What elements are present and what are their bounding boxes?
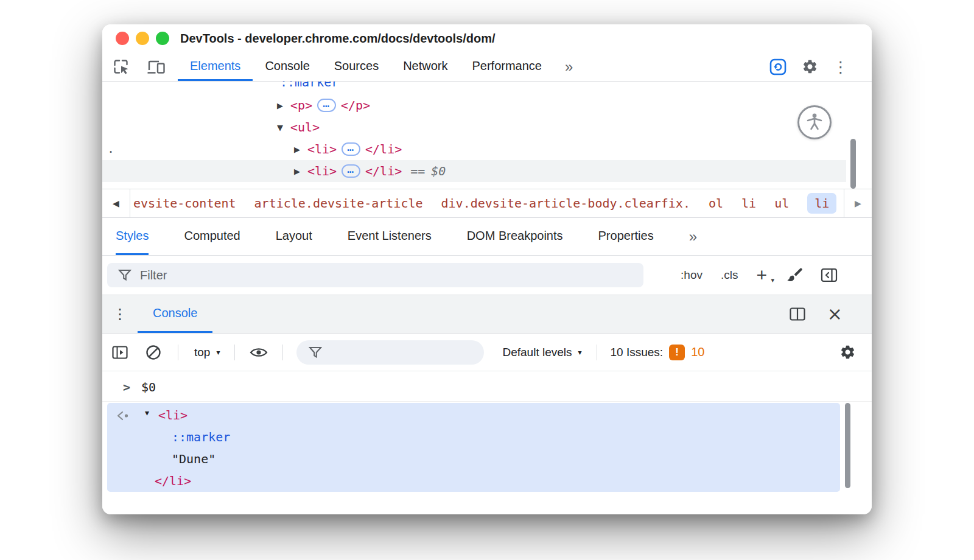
breadcrumb-item[interactable]: ol (709, 196, 723, 211)
separator (234, 345, 235, 360)
dom-tree-row[interactable]: ▼ <ul> (102, 116, 846, 138)
disclosure-triangle-icon[interactable]: ▶ (294, 145, 307, 154)
context-selector-dropdown[interactable]: top ▾ (194, 346, 220, 359)
breadcrumb-prev-button[interactable]: ◀ (102, 189, 130, 217)
close-icon: × (827, 303, 843, 324)
tab-computed[interactable]: Computed (184, 218, 240, 255)
breadcrumb-item[interactable]: div.devsite-article-body.clearfix. (441, 196, 690, 211)
more-tabs-button[interactable]: » (689, 218, 697, 255)
live-expression-button[interactable] (250, 346, 268, 359)
tag-open-label: <ul> (290, 120, 320, 135)
tab-console-drawer[interactable]: Console (138, 295, 212, 333)
console-history-entry[interactable]: > $0 (102, 373, 872, 402)
tab-console[interactable]: Console (253, 52, 321, 81)
tag-open-label: <li> (307, 164, 337, 178)
tab-layout[interactable]: Layout (276, 218, 312, 255)
scrollbar-thumb[interactable] (850, 139, 856, 189)
inline-expand-button[interactable]: … (317, 99, 336, 112)
accessibility-figure-icon (797, 105, 832, 139)
disclosure-triangle-icon[interactable]: ▾ (145, 408, 149, 418)
toggle-sidebar-button[interactable] (821, 268, 838, 282)
new-style-rule-button[interactable]: + ▾ (756, 266, 767, 284)
inline-expand-button[interactable]: … (342, 142, 360, 156)
dom-tree-row[interactable]: ▶ <p> … </p> (102, 94, 846, 116)
kebab-icon: ⋮ (113, 306, 127, 323)
split-panel-button[interactable] (790, 307, 805, 321)
console-filter-field-wrap[interactable] (296, 340, 484, 365)
breadcrumb-item[interactable]: article.devsite-article (254, 196, 423, 211)
gear-icon (802, 58, 818, 75)
breadcrumb-next-button[interactable]: ▶ (844, 189, 872, 217)
breadcrumb-item-selected[interactable]: li (807, 193, 836, 214)
tab-sources[interactable]: Sources (322, 52, 391, 81)
breadcrumb-item[interactable]: evsite-content (133, 196, 236, 211)
tag-open-label: <li> (158, 404, 187, 426)
clear-console-button[interactable] (145, 344, 162, 361)
console-settings-button[interactable] (839, 344, 856, 360)
console-messages: > $0 ▾ <li> ::marker "Dune" </li> (102, 371, 872, 514)
tab-styles[interactable]: Styles (116, 218, 149, 255)
console-result-block[interactable]: ▾ <li> ::marker "Dune" </li> (107, 403, 840, 492)
filter-funnel-icon (118, 269, 131, 281)
more-tabs-button[interactable]: » (554, 52, 584, 81)
context-label: top (194, 346, 210, 359)
tag-close-label: </p> (341, 98, 370, 113)
disclosure-triangle-icon[interactable]: ▶ (277, 101, 290, 110)
tab-dom-breakpoints[interactable]: DOM Breakpoints (467, 218, 563, 255)
scrollbar-thumb[interactable] (845, 403, 850, 488)
minimize-window-button[interactable] (136, 32, 149, 45)
issues-label: 10 Issues: (611, 346, 664, 359)
main-toolbar: Elements Console Sources Network Perform… (102, 52, 872, 82)
styles-filter-controls: :hov .cls + ▾ (681, 256, 838, 295)
filter-funnel-icon (309, 346, 322, 359)
tab-performance[interactable]: Performance (460, 52, 555, 81)
window-title: DevTools - developer.chrome.com/docs/dev… (180, 32, 496, 46)
devtools-window: DevTools - developer.chrome.com/docs/dev… (102, 24, 872, 514)
traffic-lights (116, 32, 169, 45)
log-levels-label: Default levels (502, 346, 572, 359)
close-drawer-button[interactable]: × (827, 305, 843, 323)
zoom-window-button[interactable] (156, 32, 169, 45)
tab-network[interactable]: Network (391, 52, 460, 81)
dom-tree-row[interactable]: ▶ <li> … </li> (102, 138, 846, 160)
refresh-devtools-button[interactable] (769, 58, 787, 76)
tab-label: Sources (334, 59, 379, 73)
styles-filter-field-wrap[interactable] (107, 263, 643, 287)
inline-expand-button[interactable]: … (342, 164, 360, 178)
disclosure-triangle-icon[interactable]: ▶ (294, 167, 307, 176)
main-menu-button[interactable]: ⋮ (833, 59, 849, 75)
console-toolbar: top ▾ Default levels ▾ 10 Issues: ! 10 (102, 334, 872, 371)
console-sidebar-button[interactable] (112, 346, 128, 359)
close-window-button[interactable] (116, 32, 129, 45)
device-toolbar-button[interactable] (146, 58, 166, 75)
separator (282, 345, 283, 360)
breadcrumb-item[interactable]: li (741, 196, 756, 211)
drawer-header-icons: × (790, 295, 872, 333)
styles-filter-input[interactable] (140, 268, 632, 282)
breadcrumb-item[interactable]: ul (774, 196, 789, 211)
tab-properties[interactable]: Properties (598, 218, 654, 255)
tag-close-label: </li> (365, 164, 402, 178)
disclosure-triangle-icon[interactable]: ▼ (277, 123, 290, 132)
dom-tree-row-selected[interactable]: ▶ <li> … </li> == $0 (102, 160, 846, 182)
issues-button[interactable]: 10 Issues: ! 10 (611, 345, 705, 360)
breadcrumb-bar: ◀ evsite-content article.devsite-article… (102, 189, 872, 218)
inspect-icon (112, 58, 130, 76)
rendering-emulation-button[interactable] (785, 267, 802, 284)
tab-event-listeners[interactable]: Event Listeners (348, 218, 432, 255)
settings-button[interactable] (802, 58, 818, 75)
tab-label: Network (403, 59, 447, 73)
toggle-element-classes-button[interactable]: .cls (721, 268, 738, 282)
log-levels-dropdown[interactable]: Default levels ▾ (502, 346, 581, 359)
tab-elements[interactable]: Elements (178, 52, 253, 81)
titlebar: DevTools - developer.chrome.com/docs/dev… (102, 24, 872, 52)
device-toolbar-icon (146, 58, 166, 75)
drawer-menu-button[interactable]: ⋮ (102, 295, 138, 333)
chevron-down-icon: ▾ (216, 348, 220, 357)
console-filter-input[interactable] (322, 346, 478, 359)
tab-label: Console (265, 59, 309, 73)
paint-brush-icon (785, 267, 802, 284)
issues-count: 10 (691, 345, 704, 359)
inspect-element-button[interactable] (112, 58, 130, 76)
toggle-pseudo-state-button[interactable]: :hov (681, 268, 702, 282)
